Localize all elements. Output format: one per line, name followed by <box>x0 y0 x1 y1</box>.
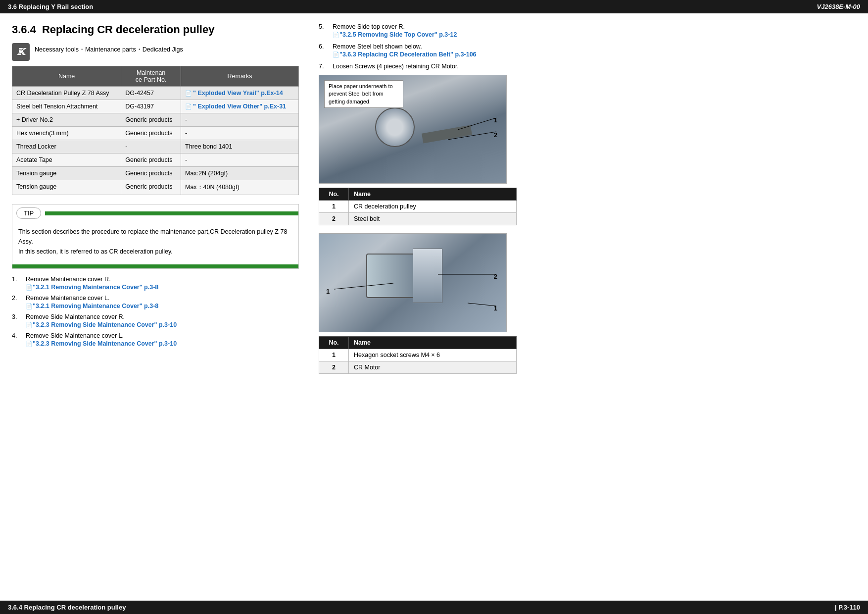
step-content: Remove Maintenance cover L.📄"3.2.1 Remov… <box>26 295 158 309</box>
tip-line1: This section describes the procedure to … <box>18 227 292 247</box>
tip-content: This section describes the procedure to … <box>12 225 298 261</box>
image-section-1: Place paper underneath to prevent Steel … <box>319 75 856 225</box>
header-right: VJ2638E-M-00 <box>817 3 860 10</box>
step-link-line[interactable]: 📄"3.2.5 Removing Side Top Cover" p.3-12 <box>333 31 457 38</box>
section-heading: Replacing CR deceleration pulley <box>42 23 214 36</box>
step-link-line[interactable]: 📄"3.2.1 Removing Maintenance Cover" p.3-… <box>26 284 158 291</box>
step-text: Loosen Screws (4 pieces) retaining CR Mo… <box>333 63 459 70</box>
list-item: 4.Remove Side Maintenance cover L.📄"3.2.… <box>12 332 299 347</box>
step-content: Remove Side Maintenance cover R.📄"3.2.3 … <box>26 313 177 328</box>
item-number: 1 <box>319 201 349 213</box>
main-content: 3.6.4 Replacing CR deceleration pulley 𝕂… <box>0 13 868 601</box>
table-row: Acetate TapeGeneric products- <box>12 154 299 167</box>
table-row: 2CR Motor <box>319 361 517 374</box>
svg-line-0 <box>458 118 496 130</box>
tool-icon: 𝕂 <box>12 43 30 61</box>
table-row: Tension gaugeGeneric productsMax:2N (204… <box>12 167 299 180</box>
ref-icon: 📄 <box>26 341 33 347</box>
step-text: Remove Maintenance cover L. <box>26 295 158 302</box>
left-steps-list: 1.Remove Maintenance cover R.📄"3.2.1 Rem… <box>12 276 299 347</box>
row-remark: - <box>181 127 299 140</box>
section-title: 3.6.4 Replacing CR deceleration pulley <box>12 23 299 36</box>
step-number: 5. <box>319 23 329 30</box>
table-row: Steel belt Tension AttachmentDG-43197📄" … <box>12 100 299 113</box>
row-name: Acetate Tape <box>12 154 121 167</box>
footer-left: 3.6.4 Replacing CR deceleration pulley <box>8 604 126 611</box>
callout-lines-1 <box>319 75 506 183</box>
row-name: Tension gauge <box>12 167 121 180</box>
item-name: Hexagon socket screws M4 × 6 <box>349 349 517 361</box>
machine-image-1: Place paper underneath to prevent Steel … <box>319 75 507 184</box>
step-link-line[interactable]: 📄"3.2.3 Removing Side Maintenance Cover"… <box>26 340 177 347</box>
remark-link[interactable]: " Exploded View Yrail" p.Ex-14 <box>193 90 283 97</box>
table-row: 2Steel belt <box>319 213 517 225</box>
row-name: Hex wrench(3 mm) <box>12 127 121 140</box>
row-remark: - <box>181 154 299 167</box>
step-link[interactable]: "3.2.3 Removing Side Maintenance Cover" … <box>33 321 177 328</box>
step-link[interactable]: "3.2.3 Removing Side Maintenance Cover" … <box>33 340 177 347</box>
step-number: 2. <box>12 295 22 302</box>
step-link[interactable]: "3.2.5 Removing Side Top Cover" p.3-12 <box>339 31 457 38</box>
row-part-no: DG-42457 <box>121 87 181 100</box>
tip-label: TIP <box>16 207 41 219</box>
tools-line: Necessary tools・Maintenance parts・Dedica… <box>35 46 183 54</box>
page-wrapper: 3.6 Replacing Y Rail section VJ2638E-M-0… <box>0 0 868 614</box>
row-remark: - <box>181 113 299 127</box>
step-content: Remove Side Maintenance cover L.📄"3.2.3 … <box>26 332 177 347</box>
step-link-line[interactable]: 📄"3.2.1 Removing Maintenance Cover" p.3-… <box>26 303 158 309</box>
ref-icon: 📄 <box>333 51 339 57</box>
row-remark: Max:2N (204gf) <box>181 167 299 180</box>
step-text: Remove Steel belt shown below. <box>333 43 477 50</box>
section-number: 3.6.4 <box>12 23 36 36</box>
row-name: Steel belt Tension Attachment <box>12 100 121 113</box>
row-remark[interactable]: 📄" Exploded View Yrail" p.Ex-14 <box>181 87 299 100</box>
tip-header-row: TIP <box>12 205 298 222</box>
step-number: 7. <box>319 63 329 70</box>
step-content: Remove Maintenance cover R.📄"3.2.1 Remov… <box>26 276 158 291</box>
item-name: CR Motor <box>349 361 517 374</box>
row-part-no: Generic products <box>121 113 181 127</box>
step-link-line[interactable]: 📄"3.2.3 Removing Side Maintenance Cover"… <box>26 321 177 328</box>
left-column: 3.6.4 Replacing CR deceleration pulley 𝕂… <box>12 23 299 591</box>
remark-link[interactable]: " Exploded View Other" p.Ex-31 <box>193 103 286 110</box>
ref-icon: 📄 <box>185 90 192 96</box>
item-number: 2 <box>319 361 349 374</box>
right-steps-list: 5.Remove Side top cover R.📄"3.2.5 Removi… <box>319 23 856 70</box>
list-item: 1.Remove Maintenance cover R.📄"3.2.1 Rem… <box>12 276 299 291</box>
footer-bar: 3.6.4 Replacing CR deceleration pulley |… <box>0 601 868 614</box>
step-link[interactable]: "3.2.1 Removing Maintenance Cover" p.3-8 <box>33 303 158 309</box>
callout-lines-2 <box>319 234 506 332</box>
parts-mini-table-2: No. Name 1Hexagon socket screws M4 × 62C… <box>319 336 517 374</box>
tip-line2: In this section, it is referred to as CR… <box>18 247 292 256</box>
step-content: Remove Steel belt shown below.📄"3.6.3 Re… <box>333 43 477 58</box>
table-row: 1Hexagon socket screws M4 × 6 <box>319 349 517 361</box>
step-text: Remove Side top cover R. <box>333 23 457 30</box>
machine-image-2: 2 1 1 <box>319 233 507 332</box>
table-row: 1CR deceleration pulley <box>319 201 517 213</box>
svg-line-3 <box>334 283 393 289</box>
step-number: 6. <box>319 43 329 50</box>
header-bar: 3.6 Replacing Y Rail section VJ2638E-M-0… <box>0 0 868 13</box>
right-column: 5.Remove Side top cover R.📄"3.2.5 Removi… <box>319 23 856 591</box>
col-part: Maintenance Part No. <box>121 66 181 87</box>
table-row: Tension gaugeGeneric productsMax：40N (40… <box>12 180 299 195</box>
step-link[interactable]: "3.6.3 Replacing CR Deceleration Belt" p… <box>339 51 477 58</box>
row-remark: Three bond 1401 <box>181 140 299 154</box>
step-text: Remove Maintenance cover R. <box>26 276 158 283</box>
row-name: CR Deceleration Pulley Z 78 Assy <box>12 87 121 100</box>
step-link-line[interactable]: 📄"3.6.3 Replacing CR Deceleration Belt" … <box>333 51 477 58</box>
row-part-no: Generic products <box>121 154 181 167</box>
tip-bottom-line <box>12 264 298 268</box>
step-text: Remove Side Maintenance cover L. <box>26 332 177 339</box>
table-row: Hex wrench(3 mm)Generic products- <box>12 127 299 140</box>
row-name: Thread Locker <box>12 140 121 154</box>
parts-mini-table-1: No. Name 1CR deceleration pulley2Steel b… <box>319 188 517 225</box>
step-number: 3. <box>12 313 22 320</box>
ref-icon: 📄 <box>26 322 33 328</box>
row-part-no: - <box>121 140 181 154</box>
step-link[interactable]: "3.2.1 Removing Maintenance Cover" p.3-8 <box>33 284 158 291</box>
ref-icon: 📄 <box>333 32 339 38</box>
row-remark[interactable]: 📄" Exploded View Other" p.Ex-31 <box>181 100 299 113</box>
list-item: 7.Loosen Screws (4 pieces) retaining CR … <box>319 63 856 70</box>
list-item: 6.Remove Steel belt shown below.📄"3.6.3 … <box>319 43 856 58</box>
